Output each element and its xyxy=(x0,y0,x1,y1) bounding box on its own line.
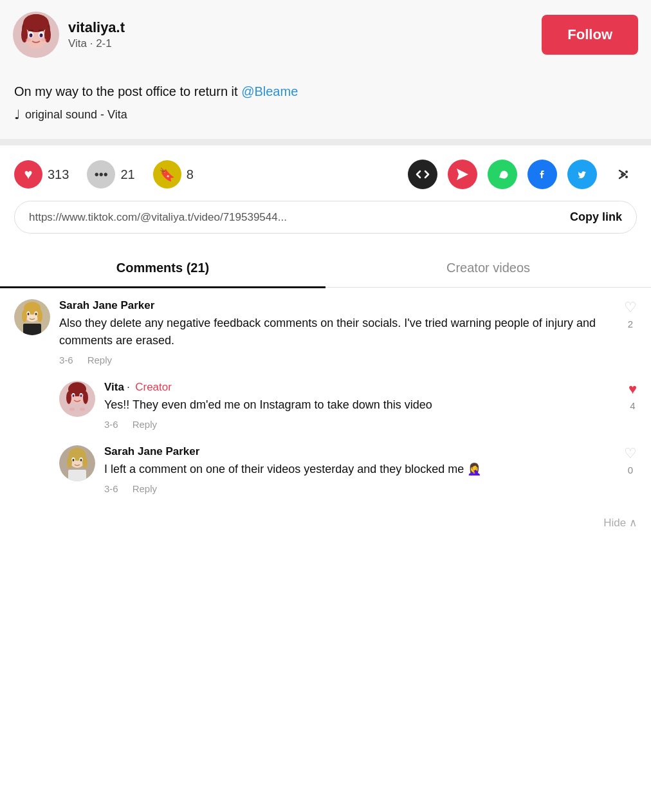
creator-username[interactable]: vitaliya.t xyxy=(68,19,533,36)
replies-thread: Vita · Creator Yes!! They even dm'ed me … xyxy=(59,381,637,494)
svg-point-34 xyxy=(73,394,75,397)
comments-section: Sarah Jane Parker Also they delete any n… xyxy=(0,288,651,494)
sound-label[interactable]: original sound - Vita xyxy=(25,108,127,122)
svg-point-36 xyxy=(69,408,75,411)
comment-meta: 3-6 Reply xyxy=(104,419,619,430)
creator-avatar[interactable] xyxy=(13,12,59,58)
svg-point-12 xyxy=(41,39,46,42)
like-action[interactable]: ♥ 313 xyxy=(14,160,69,189)
url-bar: https://www.tiktok.com/@vitaliya.t/video… xyxy=(14,201,637,234)
comment-like-col: ♡ 0 xyxy=(624,445,637,494)
comment-like-col: ♡ 2 xyxy=(624,299,637,365)
comment-body: Sarah Jane Parker I left a comment on on… xyxy=(104,445,615,494)
comment-like-col: ♥ 4 xyxy=(628,381,637,430)
svg-point-8 xyxy=(40,33,43,37)
comment-icon[interactable]: ••• xyxy=(87,160,115,189)
creator-header: vitaliya.t Vita · 2-1 Follow xyxy=(0,0,651,69)
actions-section: ♥ 313 ••• 21 🔖 8 xyxy=(0,145,651,201)
svg-point-41 xyxy=(67,456,72,468)
svg-rect-26 xyxy=(23,324,41,335)
like-heart-icon[interactable]: ♡ xyxy=(624,299,637,316)
comment-avatar[interactable] xyxy=(14,299,50,335)
svg-point-45 xyxy=(73,459,75,461)
hide-row[interactable]: Hide ∧ xyxy=(0,510,651,542)
tab-comments[interactable]: Comments (21) xyxy=(0,249,326,287)
comment-count: 21 xyxy=(120,167,134,182)
comment-author: Sarah Jane Parker xyxy=(59,299,615,312)
section-divider xyxy=(0,139,651,145)
bookmark-count: 8 xyxy=(187,167,194,182)
facebook-icon[interactable] xyxy=(527,160,557,189)
comment-author-3: Sarah Jane Parker xyxy=(104,445,615,458)
comment-like-count: 2 xyxy=(628,318,633,329)
comment-date: 3-6 xyxy=(104,483,118,494)
comment-like-count: 4 xyxy=(630,400,635,411)
svg-point-10 xyxy=(41,34,42,35)
tab-creator-videos[interactable]: Creator videos xyxy=(326,249,651,287)
embed-icon[interactable] xyxy=(408,160,437,189)
reply-button[interactable]: Reply xyxy=(133,483,157,494)
comment-date: 3-6 xyxy=(59,355,73,365)
svg-point-24 xyxy=(28,313,30,315)
caption-main: On my way to the post office to return i… xyxy=(14,84,238,98)
comment-meta: 3-6 Reply xyxy=(59,355,615,365)
url-section: https://www.tiktok.com/@vitaliya.t/video… xyxy=(0,201,651,246)
share-icons xyxy=(408,160,637,189)
svg-point-35 xyxy=(80,394,82,397)
hide-chevron-icon: ∧ xyxy=(629,517,637,529)
comment-like-count: 0 xyxy=(628,465,633,475)
reply-button[interactable]: Reply xyxy=(133,419,157,430)
svg-point-46 xyxy=(80,459,82,461)
svg-point-37 xyxy=(80,408,85,411)
creator-info: vitaliya.t Vita · 2-1 xyxy=(68,19,533,50)
caption-mention[interactable]: @Bleame xyxy=(241,84,298,98)
svg-point-2 xyxy=(23,14,49,32)
svg-point-21 xyxy=(37,309,42,322)
comment-body: Sarah Jane Parker Also they delete any n… xyxy=(59,299,615,365)
twitter-icon[interactable] xyxy=(567,160,597,189)
svg-point-20 xyxy=(22,309,27,322)
url-text: https://www.tiktok.com/@vitaliya.t/video… xyxy=(29,211,287,224)
bookmark-icon[interactable]: 🔖 xyxy=(153,160,181,189)
reply-button[interactable]: Reply xyxy=(87,355,112,365)
comment-author-creator: Vita · Creator xyxy=(104,381,619,394)
tabs-row: Comments (21) Creator videos xyxy=(0,249,651,288)
svg-point-30 xyxy=(66,391,71,404)
svg-point-11 xyxy=(26,39,31,42)
svg-point-31 xyxy=(83,391,88,404)
comment-meta: 3-6 Reply xyxy=(104,483,615,494)
comment-item: Sarah Jane Parker Also they delete any n… xyxy=(14,299,637,365)
svg-point-25 xyxy=(35,313,37,315)
svg-point-7 xyxy=(30,33,33,37)
comment-avatar-2[interactable] xyxy=(59,445,95,481)
comment-action[interactable]: ••• 21 xyxy=(87,160,134,189)
comment-avatar-creator[interactable] xyxy=(59,381,95,417)
creator-subtitle: Vita · 2-1 xyxy=(68,37,533,50)
like-heart-icon-liked[interactable]: ♥ xyxy=(628,381,637,398)
hide-label: Hide xyxy=(603,517,626,529)
share-more-icon[interactable] xyxy=(607,160,637,189)
copy-link-button[interactable]: Copy link xyxy=(570,210,622,224)
comment-text: Also they delete any negative feedback c… xyxy=(59,315,615,349)
music-icon: ♩ xyxy=(14,107,20,122)
comment-item: Sarah Jane Parker I left a comment on on… xyxy=(59,445,637,494)
whatsapp-icon[interactable] xyxy=(488,160,517,189)
caption-text: On my way to the post office to return i… xyxy=(14,82,637,100)
comment-date: 3-6 xyxy=(104,419,118,430)
svg-point-9 xyxy=(31,34,32,35)
svg-rect-47 xyxy=(68,470,86,481)
like-count: 313 xyxy=(48,167,69,182)
direct-message-icon[interactable] xyxy=(448,160,477,189)
svg-point-42 xyxy=(82,456,87,468)
comment-text-3: I left a comment on one of their videos … xyxy=(104,461,615,478)
like-heart-icon[interactable]: ♡ xyxy=(624,445,637,462)
comment-body: Vita · Creator Yes!! They even dm'ed me … xyxy=(104,381,619,430)
svg-marker-13 xyxy=(457,169,468,180)
comment-text-creator: Yes!! They even dm'ed me on Instagram to… xyxy=(104,396,619,414)
heart-icon[interactable]: ♥ xyxy=(14,160,42,189)
bookmark-action[interactable]: 🔖 8 xyxy=(153,160,194,189)
sound-row: ♩ original sound - Vita xyxy=(14,107,637,134)
follow-button[interactable]: Follow xyxy=(542,15,638,55)
caption-section: On my way to the post office to return i… xyxy=(0,69,651,139)
comment-item: Vita · Creator Yes!! They even dm'ed me … xyxy=(59,381,637,430)
